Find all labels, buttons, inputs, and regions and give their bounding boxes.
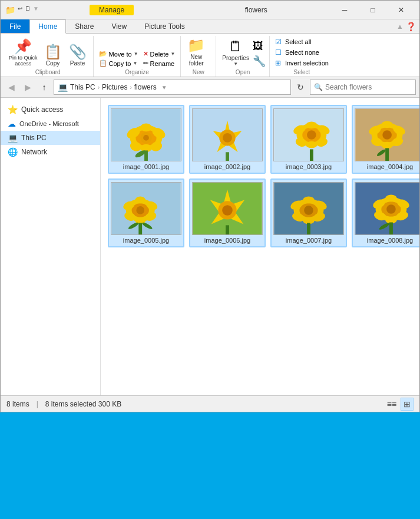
delete-button[interactable]: ✕ Delete ▼ <box>141 49 177 58</box>
file-name-2: image_0002.jpg <box>204 163 250 170</box>
sep1: › <box>98 84 100 91</box>
rename-icon: ✏ <box>143 59 148 67</box>
close-button[interactable]: ✕ <box>388 1 415 19</box>
crumb-this-pc[interactable]: This PC <box>70 83 95 91</box>
thumb-7 <box>273 182 344 235</box>
svg-point-79 <box>386 204 396 214</box>
help-icon[interactable]: ❓ <box>406 22 416 31</box>
open-icon[interactable]: 🖼 <box>253 40 266 52</box>
properties-label: Properties <box>222 55 249 61</box>
thumb-8 <box>355 182 419 235</box>
onedrive-icon: ☁ <box>8 119 16 128</box>
svg-point-25 <box>306 122 318 129</box>
new-folder-label: Newfolder <box>189 54 204 67</box>
ribbon-tabs: File Home Share View Picture Tools ▲ ❓ <box>1 19 419 34</box>
tab-picture-tools[interactable]: Picture Tools <box>135 19 193 33</box>
ribbon-minimize-icon[interactable]: ▲ <box>396 22 404 31</box>
file-item-2[interactable]: image_0002.jpg <box>189 105 266 174</box>
properties-icon[interactable]: 🗒 <box>25 5 31 15</box>
pin-to-quick-access-button[interactable]: 📌 Pin to Quickaccess <box>6 38 40 68</box>
tab-view[interactable]: View <box>102 19 135 33</box>
svg-point-7 <box>140 123 152 131</box>
file-name-6: image_0006.jpg <box>204 237 250 244</box>
sidebar-item-onedrive[interactable]: ☁ OneDrive - Microsoft <box>1 117 100 131</box>
paste-label: Paste <box>70 60 85 67</box>
forward-button[interactable]: ▶ <box>21 80 35 94</box>
refresh-button[interactable]: ↻ <box>293 80 307 94</box>
this-pc-label: This PC <box>21 134 47 142</box>
file-item-7[interactable]: image_0007.jpg <box>270 178 347 247</box>
copy-to-button[interactable]: 📋 Copy to ▼ <box>97 59 140 68</box>
sidebar: ⭐ Quick access ☁ OneDrive - Microsoft 💻 … <box>1 98 101 395</box>
tab-file[interactable]: File <box>1 19 29 33</box>
file-content: image_0001.jpg image_000 <box>101 98 419 395</box>
new-folder-icon: 📁 <box>187 38 205 52</box>
crumb-flowers[interactable]: flowers <box>134 83 157 91</box>
up-button[interactable]: ↑ <box>37 80 51 94</box>
invert-icon: ⊞ <box>275 59 283 67</box>
onedrive-label: OneDrive - Microsoft <box>19 120 79 127</box>
svg-point-68 <box>304 206 313 215</box>
paste-button[interactable]: 📎 Paste <box>66 44 90 68</box>
address-box[interactable]: 💻 This PC › Pictures › flowers ▼ <box>54 80 291 95</box>
open-col: 🖼 🔧 <box>253 40 266 68</box>
item-count: 8 items <box>6 400 29 408</box>
sidebar-item-network[interactable]: 🌐 Network <box>1 145 100 159</box>
large-icons-view-button[interactable]: ⊞ <box>401 398 414 411</box>
quick-access-icon: ⭐ <box>8 105 18 114</box>
invert-selection-button[interactable]: ⊞ Invert selection <box>273 58 330 68</box>
tab-home[interactable]: Home <box>29 19 66 34</box>
file-name-5: image_0005.jpg <box>123 237 169 244</box>
search-box[interactable]: 🔍 <box>310 80 416 95</box>
window-title: flowers <box>181 6 331 14</box>
file-name-1: image_0001.jpg <box>123 163 169 170</box>
sidebar-item-quick-access[interactable]: ⭐ Quick access <box>1 103 100 117</box>
file-item-1[interactable]: image_0001.jpg <box>108 105 184 174</box>
copy-icon: 📋 <box>44 45 62 59</box>
details-view-button[interactable]: ≡≡ <box>385 398 398 411</box>
file-item-4[interactable]: image_0004.jpg <box>352 105 419 174</box>
properties-button[interactable]: 🗒 Properties ▼ <box>220 38 252 68</box>
search-input[interactable] <box>325 83 414 91</box>
undo-icon[interactable]: ↩ <box>18 5 22 15</box>
file-item-8[interactable]: image_0008.jpg <box>352 178 419 247</box>
minimize-button[interactable]: ─ <box>331 1 358 19</box>
select-all-button[interactable]: ☑ Select all <box>273 37 330 47</box>
properties-arrow: ▼ <box>233 61 238 67</box>
svg-point-48 <box>135 196 145 203</box>
svg-point-77 <box>385 195 397 202</box>
down-arrow-icon[interactable]: ▼ <box>33 5 39 15</box>
network-label: Network <box>21 148 47 156</box>
tab-share[interactable]: Share <box>66 19 102 33</box>
delete-arrow: ▼ <box>170 51 175 57</box>
file-item-6[interactable]: image_0006.jpg <box>189 178 266 247</box>
svg-rect-17 <box>226 152 229 161</box>
svg-rect-39 <box>385 148 389 161</box>
copy-button[interactable]: 📋 Copy <box>41 44 65 68</box>
edit-icon[interactable]: 🔧 <box>253 55 266 68</box>
organize-col1: 📂 Move to ▼ 📋 Copy to ▼ <box>97 49 140 68</box>
explorer-window: 📁 ↩ 🗒 ▼ Manage flowers ─ □ ✕ File Home S… <box>0 0 420 412</box>
address-dropdown-icon[interactable]: ▼ <box>161 84 167 91</box>
svg-point-57 <box>222 205 233 216</box>
select-none-button[interactable]: ☐ Select none <box>273 48 330 57</box>
file-item-3[interactable]: image_0003.jpg <box>270 105 347 174</box>
copy-label: Copy <box>46 60 59 67</box>
folder-address-icon: 💻 <box>58 82 68 92</box>
back-button[interactable]: ◀ <box>4 80 18 94</box>
svg-point-50 <box>136 206 144 214</box>
open-items: 🗒 Properties ▼ 🖼 🔧 <box>220 37 266 68</box>
move-to-button[interactable]: 📂 Move to ▼ <box>97 49 140 58</box>
sep2: › <box>130 84 131 91</box>
crumb-pictures[interactable]: Pictures <box>102 83 127 91</box>
rename-button[interactable]: ✏ Rename <box>141 59 177 68</box>
search-icon: 🔍 <box>314 83 323 91</box>
svg-point-66 <box>303 196 315 203</box>
svg-point-37 <box>381 142 393 149</box>
open-group-label: Open <box>220 69 266 77</box>
file-item-5[interactable]: image_0005.jpg <box>108 178 184 247</box>
maximize-button[interactable]: □ <box>359 1 386 19</box>
new-folder-button[interactable]: 📁 Newfolder <box>184 37 208 68</box>
svg-point-16 <box>223 133 232 143</box>
sidebar-item-this-pc[interactable]: 💻 This PC <box>1 131 100 145</box>
